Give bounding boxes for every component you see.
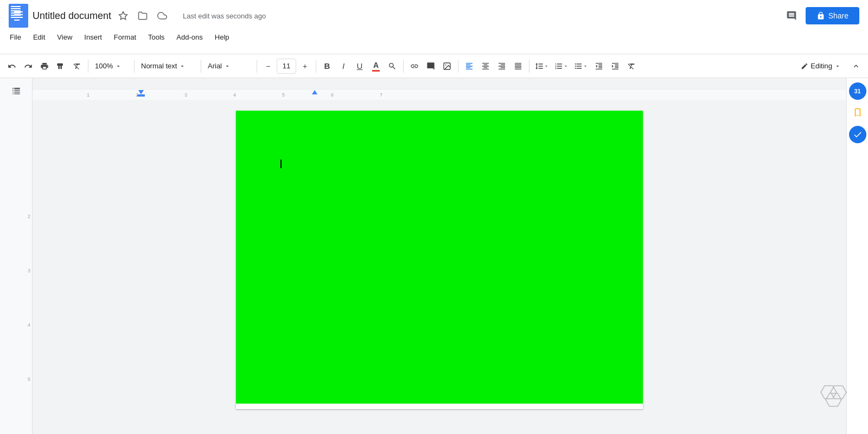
align-justify-button[interactable] [510,58,526,75]
toolbar: 100% Normal text Arial − + B I U A [0,54,868,78]
svg-text:3: 3 [184,92,187,98]
align-center-button[interactable] [478,58,493,75]
svg-text:5: 5 [282,92,285,98]
zoom-dropdown[interactable]: 100% [92,58,131,75]
svg-rect-8 [33,89,846,100]
highlight-button[interactable] [385,58,400,75]
divider-3 [201,60,201,73]
menu-file[interactable]: File [4,31,27,43]
right-actions: Share [782,6,859,25]
document-outline-icon[interactable] [11,86,21,97]
document-page[interactable] [236,111,643,409]
title-icons [116,8,170,23]
line-spacing-button[interactable] [533,58,551,75]
last-edit-status: Last edit was seconds ago [183,12,266,20]
menu-format[interactable]: Format [108,31,142,43]
editing-mode-dropdown[interactable]: Editing [796,58,845,75]
menu-bar: File Edit View Insert Format Tools Add-o… [0,28,868,46]
svg-marker-5 [119,12,127,20]
menu-insert[interactable]: Insert [79,31,107,43]
svg-marker-21 [831,386,846,399]
font-size-input[interactable] [277,59,296,74]
folder-icon[interactable] [135,8,150,23]
text-cursor [280,159,282,168]
font-size-increase[interactable]: + [297,58,312,75]
divider-2 [134,60,135,73]
menu-edit[interactable]: Edit [28,31,50,43]
font-size-decrease[interactable]: − [260,58,276,75]
decrease-indent-button[interactable] [591,58,607,75]
page-content[interactable] [236,111,643,404]
align-left-button[interactable] [462,58,477,75]
keep-sidebar-icon[interactable] [849,104,866,122]
watermark [814,383,857,423]
share-label: Share [828,11,848,20]
menu-help[interactable]: Help [209,31,235,43]
paint-format-button[interactable] [53,58,68,75]
calendar-sidebar-icon[interactable]: 31 [849,82,866,100]
svg-text:7: 7 [380,92,382,98]
svg-rect-0 [12,8,25,24]
divider-4 [257,60,257,73]
tasks-sidebar-icon[interactable] [849,126,866,143]
collapse-toolbar-button[interactable] [848,58,864,75]
svg-marker-20 [821,386,837,399]
google-docs-icon [9,4,28,28]
menu-view[interactable]: View [52,31,78,43]
divider-1 [88,60,88,73]
ordered-list-button[interactable] [552,58,571,75]
cloud-icon[interactable] [155,8,170,23]
bold-button[interactable]: B [320,58,335,75]
document-title[interactable]: Untitled document [33,10,111,22]
undo-button[interactable] [4,58,20,75]
right-sidebar: 31 [846,78,868,434]
comment-button[interactable] [782,6,801,25]
share-button[interactable]: Share [806,7,859,24]
vertical-ruler: 2 3 4 5 [0,89,33,434]
underline-button[interactable]: U [352,58,367,75]
main-area: 2 3 4 5 1 2 3 4 5 6 7 [0,78,868,434]
star-icon[interactable] [116,8,131,23]
print-button[interactable] [37,58,52,75]
increase-indent-button[interactable] [608,58,623,75]
menu-tools[interactable]: Tools [143,31,170,43]
svg-rect-18 [137,94,145,97]
left-margin: 2 3 4 5 [0,78,33,434]
redo-button[interactable] [21,58,36,75]
align-right-button[interactable] [494,58,509,75]
svg-text:4: 4 [233,92,236,98]
divider-8 [529,60,529,73]
horizontal-ruler: 1 2 3 4 5 6 7 [33,89,846,100]
editing-mode-label: Editing [810,62,832,70]
svg-text:6: 6 [331,92,334,98]
add-comment-button[interactable] [423,58,438,75]
clear-format-button[interactable] [69,58,85,75]
divider-5 [316,60,316,73]
clear-formatting-button[interactable] [624,58,639,75]
svg-marker-22 [826,393,841,406]
svg-text:1: 1 [87,92,90,98]
divider-6 [403,60,404,73]
text-color-button[interactable]: A [368,58,384,75]
divider-7 [458,60,458,73]
style-dropdown[interactable]: Normal text [138,58,197,75]
top-bar: Untitled document Last edit was seconds … [0,0,868,54]
text-color-indicator [372,70,380,72]
italic-button[interactable]: I [336,58,351,75]
svg-point-7 [445,64,446,65]
title-row: Untitled document Last edit was seconds … [0,0,868,28]
insert-image-button[interactable] [439,58,455,75]
font-dropdown[interactable]: Arial [205,58,253,75]
menu-addons[interactable]: Add-ons [171,31,208,43]
document-area[interactable]: 1 2 3 4 5 6 7 [33,78,846,434]
unordered-list-button[interactable] [572,58,590,75]
font-size-area: − + [260,58,312,75]
link-button[interactable] [407,58,422,75]
